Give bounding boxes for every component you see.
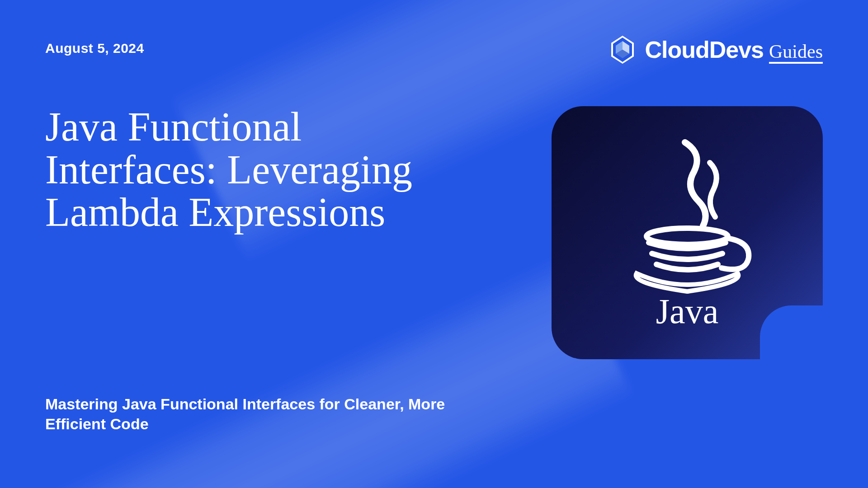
svg-text:Java: Java [656, 291, 719, 328]
java-icon: Java [615, 138, 760, 328]
brand-name: CloudDevs [645, 36, 764, 63]
brand-text: CloudDevs Guides [645, 36, 823, 64]
content-area: August 5, 2024 Java Functional Interface… [0, 0, 868, 488]
technology-card: Java [552, 106, 823, 359]
svg-point-0 [646, 228, 728, 244]
brand-logo: CloudDevs Guides [607, 34, 823, 66]
subtitle: Mastering Java Functional Interfaces for… [45, 394, 452, 434]
brand-suffix: Guides [769, 42, 823, 64]
clouddevs-icon [607, 34, 638, 66]
page-title: Java Functional Interfaces: Leveraging L… [45, 106, 452, 234]
